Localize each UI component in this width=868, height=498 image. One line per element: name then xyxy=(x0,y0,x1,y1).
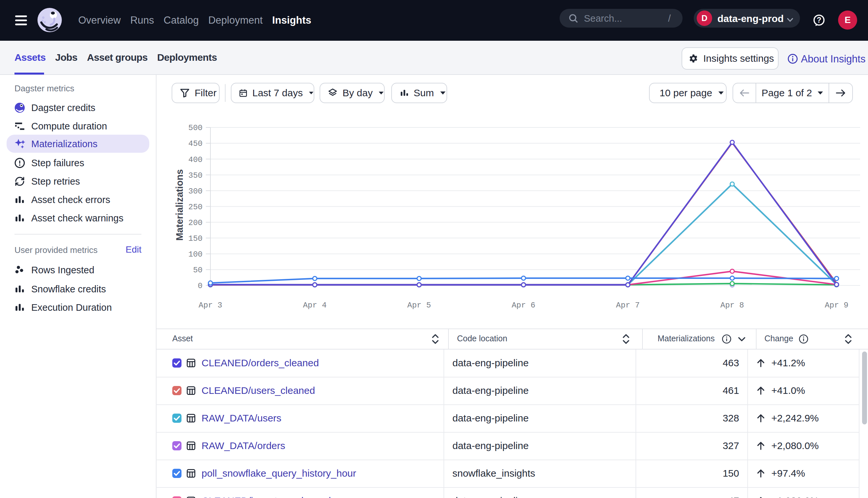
svg-text:0: 0 xyxy=(198,281,203,290)
svg-text:Apr 5: Apr 5 xyxy=(407,301,431,310)
svg-text:300: 300 xyxy=(188,187,203,196)
svg-text:Apr 6: Apr 6 xyxy=(512,301,535,310)
svg-text:?: ? xyxy=(817,16,821,24)
svg-text:350: 350 xyxy=(188,171,203,180)
svg-text:250: 250 xyxy=(188,203,203,212)
svg-text:Apr 3: Apr 3 xyxy=(199,301,222,310)
svg-text:150: 150 xyxy=(188,234,203,243)
svg-text:Apr 8: Apr 8 xyxy=(720,301,744,310)
svg-text:100: 100 xyxy=(188,250,203,259)
svg-text:500: 500 xyxy=(188,123,203,132)
svg-text:Apr 9: Apr 9 xyxy=(825,301,848,310)
svg-text:Materializations: Materializations xyxy=(174,169,185,241)
svg-text:200: 200 xyxy=(188,219,203,227)
svg-text:400: 400 xyxy=(188,155,203,164)
svg-text:450: 450 xyxy=(188,139,203,148)
svg-text:Apr 4: Apr 4 xyxy=(303,301,327,310)
svg-text:Apr 7: Apr 7 xyxy=(616,301,640,310)
svg-text:50: 50 xyxy=(193,266,203,275)
